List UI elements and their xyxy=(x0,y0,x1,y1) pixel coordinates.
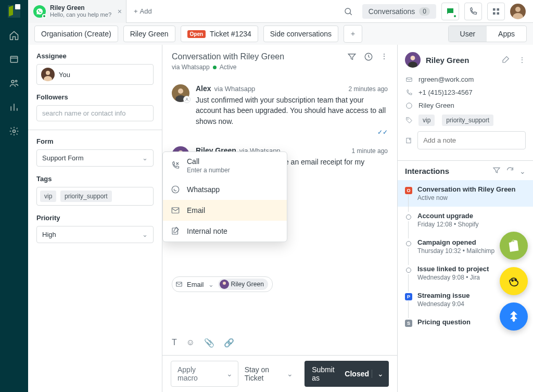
status-badge-pending: P xyxy=(405,293,412,300)
close-icon[interactable]: × xyxy=(118,7,122,16)
chevron-down-icon: ⌄ xyxy=(372,370,384,378)
interactions-header: Interactions ⌄ xyxy=(398,160,533,180)
assignee-avatar xyxy=(41,68,55,81)
conversations-pill[interactable]: Conversations 0 xyxy=(362,4,436,19)
workspace-tab[interactable]: Riley Green Hello, can you help me? × xyxy=(28,0,126,23)
event-dot xyxy=(406,241,411,246)
chevron-down-icon[interactable]: ⌄ xyxy=(519,167,526,175)
tab-apps[interactable]: Apps xyxy=(487,26,526,42)
tab-user[interactable]: User xyxy=(449,26,487,42)
contact-whatsapp[interactable]: Riley Green xyxy=(405,99,526,112)
crumb-requester[interactable]: Riley Green xyxy=(123,26,175,42)
status-badge-solved: S xyxy=(405,320,412,327)
talk-button[interactable] xyxy=(464,3,482,20)
email-icon xyxy=(170,205,181,216)
chat-button[interactable] xyxy=(441,3,459,20)
filter-icon[interactable] xyxy=(347,52,357,63)
composer: Email ⌄ Riley Green T ☺ 📎 🔗 xyxy=(162,273,397,355)
attachment-icon[interactable]: 📎 xyxy=(204,338,214,348)
phone-icon xyxy=(405,89,413,96)
menu-item-internal-note[interactable]: Internal note xyxy=(163,221,287,242)
emoji-icon[interactable]: ☺ xyxy=(186,338,195,348)
customer-avatar xyxy=(405,52,421,68)
svg-rect-12 xyxy=(172,208,179,213)
conversation-header: Conversation with Riley Green via Whatsa… xyxy=(162,45,397,76)
text-format-icon[interactable]: T xyxy=(172,338,177,348)
refresh-icon[interactable] xyxy=(506,166,514,176)
svg-point-16 xyxy=(407,103,412,108)
home-icon[interactable] xyxy=(8,29,20,42)
note-input[interactable] xyxy=(422,136,521,145)
channel-selector[interactable]: Email ⌄ Riley Green xyxy=(172,276,273,292)
svg-rect-15 xyxy=(407,78,412,81)
contact-tags: vip priority_support xyxy=(405,112,526,129)
add-tab-button[interactable]: + Add xyxy=(126,7,159,15)
filter-icon[interactable] xyxy=(492,166,501,176)
apps-button[interactable] xyxy=(487,3,505,20)
author-avatar xyxy=(172,84,189,102)
submit-button[interactable]: Submit as Closed ⌄ xyxy=(304,361,389,387)
crumb-ticket[interactable]: Open Ticket #1234 xyxy=(181,26,258,42)
main-area: Assignee You Followers Form Support Form… xyxy=(28,45,533,392)
assignee-field[interactable]: You xyxy=(36,64,154,85)
admin-icon[interactable] xyxy=(8,125,20,137)
tags-label: Tags xyxy=(36,175,154,183)
chevron-down-icon: ⌄ xyxy=(287,370,293,378)
tag-priority[interactable]: priority_support xyxy=(60,191,112,202)
tag-priority[interactable]: priority_support xyxy=(442,115,493,126)
chevron-down-icon: ⌄ xyxy=(142,231,148,238)
tag-vip[interactable]: vip xyxy=(418,115,435,126)
context-toggle: User Apps xyxy=(448,26,527,42)
assignee-label: Assignee xyxy=(36,52,154,60)
form-label: Form xyxy=(36,137,154,145)
svg-rect-7 xyxy=(493,12,496,15)
apply-macro-button[interactable]: Apply macro⌄ xyxy=(171,361,238,387)
tab-title: Riley Green xyxy=(50,4,111,11)
agent-badge-icon xyxy=(183,96,191,103)
svg-point-10 xyxy=(186,98,188,99)
contact-note xyxy=(405,129,526,152)
link-icon[interactable]: 🔗 xyxy=(224,338,234,348)
recipient-chip[interactable]: Riley Green xyxy=(218,279,268,290)
interaction-item[interactable]: Account upgradeFriday 12:08 • Shopify xyxy=(398,207,533,233)
note-icon xyxy=(170,226,181,236)
search-icon[interactable] xyxy=(339,3,357,20)
tag-vip[interactable]: vip xyxy=(40,191,56,202)
tags-field[interactable]: vip priority_support xyxy=(36,187,154,206)
tab-preview: Hello, can you help me? xyxy=(50,11,111,18)
contact-email[interactable]: rgreen@work.com xyxy=(405,73,526,86)
overflow-icon[interactable]: ⋮ xyxy=(518,56,526,64)
menu-item-email[interactable]: Email xyxy=(163,200,287,221)
add-side-conversation[interactable]: ＋ xyxy=(344,25,362,43)
customer-name: Riley Green xyxy=(426,56,493,65)
profile-avatar[interactable] xyxy=(510,4,526,19)
app-bubble-mailchimp[interactable] xyxy=(500,267,528,295)
followers-input[interactable] xyxy=(36,105,154,121)
overflow-icon[interactable]: ⋮ xyxy=(380,52,388,63)
interaction-item[interactable]: O Conversation with Riley GreenActive no… xyxy=(398,180,533,207)
views-icon[interactable] xyxy=(8,53,20,66)
context-panel: Riley Green ⋮ rgreen@work.com +1 (415)12… xyxy=(398,45,533,392)
event-dot xyxy=(406,268,411,273)
customers-icon[interactable] xyxy=(8,77,20,90)
reporting-icon[interactable] xyxy=(8,101,20,113)
edit-icon[interactable] xyxy=(502,55,510,65)
conversation-title: Conversation with Riley Green xyxy=(172,52,347,61)
priority-select[interactable]: High⌄ xyxy=(36,226,154,243)
crumb-organisation[interactable]: Organisation (Create) xyxy=(34,26,118,42)
stay-on-ticket-button[interactable]: Stay on Ticket⌄ xyxy=(245,365,299,382)
top-strip: Riley Green Hello, can you help me? × + … xyxy=(28,0,533,23)
menu-item-whatsapp[interactable]: Whatsapp xyxy=(163,179,287,200)
history-icon[interactable] xyxy=(364,52,373,63)
followers-label: Followers xyxy=(36,93,154,101)
app-bubble-shopify[interactable] xyxy=(500,232,528,260)
form-select[interactable]: Support Form⌄ xyxy=(36,149,154,167)
svg-rect-0 xyxy=(10,56,17,62)
contact-phone[interactable]: +1 (415)123-4567 xyxy=(405,86,526,99)
read-receipt-icon: ✓✓ xyxy=(196,129,388,136)
app-bubble-jira[interactable] xyxy=(500,302,528,331)
svg-point-11 xyxy=(172,186,179,193)
whatsapp-icon xyxy=(170,184,181,195)
crumb-side-conversations[interactable]: Side conversations xyxy=(263,26,338,42)
menu-item-call[interactable]: CallEnter a number xyxy=(163,152,287,179)
